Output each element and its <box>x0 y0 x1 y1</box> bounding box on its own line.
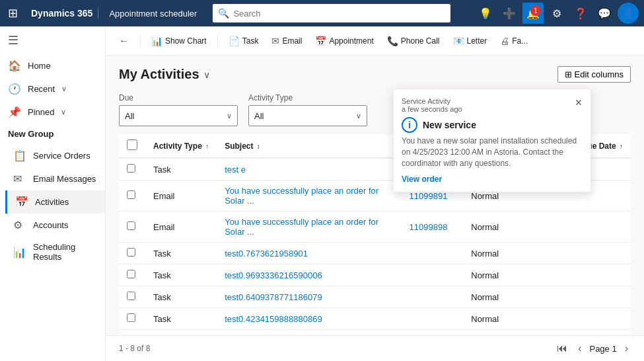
sidebar-item-email-messages[interactable]: ✉ Email Messages <box>5 167 105 190</box>
user-avatar[interactable]: 👤 <box>618 3 639 24</box>
lightbulb-button[interactable]: 💡 <box>475 3 496 24</box>
row-checkbox-cell[interactable] <box>119 243 145 264</box>
view-order-link[interactable]: View order <box>402 175 442 184</box>
row-due-date <box>574 308 631 330</box>
edit-columns-button[interactable]: ⊞ Edit columns <box>557 66 631 83</box>
page-title: My Activities <box>119 67 199 82</box>
subject-sort-icon: ↕ <box>257 143 260 150</box>
recent-icon: 🕐 <box>8 83 21 95</box>
previous-page-button[interactable]: ‹ <box>575 341 584 356</box>
back-button[interactable]: ← <box>114 32 135 50</box>
add-button[interactable]: ➕ <box>499 3 520 24</box>
due-filter-arrow-icon: ∨ <box>227 112 232 120</box>
sidebar-item-accounts[interactable]: ⚙ Accounts <box>5 214 105 237</box>
row-activity-type: Task <box>145 308 217 330</box>
app-name-label: Appointment scheduler <box>104 9 202 19</box>
sidebar-pinned-label: Pinned <box>28 107 54 117</box>
sidebar-toggle[interactable]: ☰ <box>0 26 105 54</box>
table-row: Task test0.7673621958901 Normal <box>119 243 631 264</box>
sidebar-sub-menu: 📋 Service Orders ✉ Email Messages 📅 Acti… <box>0 144 105 267</box>
row-subject[interactable]: test0.7673621958901 <box>217 243 401 264</box>
sidebar-item-recent[interactable]: 🕐 Recent ∨ <box>0 77 105 100</box>
row-checkbox[interactable] <box>127 270 135 278</box>
next-page-button[interactable]: › <box>622 341 631 356</box>
notification-close-button[interactable]: ✕ <box>575 97 583 108</box>
select-all-checkbox[interactable] <box>127 140 137 150</box>
due-filter-select[interactable]: All ∨ <box>119 105 238 126</box>
row-regarding <box>402 308 464 330</box>
row-checkbox[interactable] <box>127 248 135 257</box>
email-messages-icon: ✉ <box>13 173 26 185</box>
row-checkbox[interactable] <box>127 190 135 199</box>
appointment-button[interactable]: 📅 Appointment <box>310 33 378 49</box>
phone-call-button[interactable]: 📞 Phone Call <box>382 33 445 49</box>
row-subject[interactable]: You have successfully place an order for… <box>217 330 401 336</box>
sidebar-item-scheduling-results[interactable]: 📊 Scheduling Results <box>5 237 105 267</box>
row-regarding[interactable]: 11099890 <box>402 330 464 336</box>
chat-button[interactable]: 💬 <box>594 3 615 24</box>
row-checkbox[interactable] <box>127 221 135 230</box>
sidebar-item-service-orders[interactable]: 📋 Service Orders <box>5 144 105 167</box>
task-button[interactable]: 📄 Task <box>223 33 264 49</box>
fax-button[interactable]: 🖨 Fa... <box>495 33 533 49</box>
fax-label: Fa... <box>512 36 528 46</box>
record-count: 1 - 8 of 8 <box>119 344 150 353</box>
row-priority: Normal <box>463 286 513 308</box>
settings-button[interactable]: ⚙ <box>546 3 567 24</box>
table-row: Task test0.6409378771186079 Normal <box>119 286 631 308</box>
notification-button[interactable]: 🔔 1 <box>522 3 544 24</box>
sidebar-item-activities[interactable]: 📅 Activities <box>5 190 105 214</box>
row-due-date <box>574 286 631 308</box>
page-header: My Activities ∨ ⊞ Edit columns <box>119 66 631 83</box>
row-subject[interactable]: test0.4234159888880869 <box>217 308 401 330</box>
page-title-chevron-icon[interactable]: ∨ <box>203 69 210 80</box>
row-regarding[interactable]: 11099898 <box>402 212 464 243</box>
apps-icon[interactable]: ⊞ <box>5 3 20 23</box>
show-chart-button[interactable]: 📊 Show Chart <box>146 33 212 49</box>
due-filter-value: All <box>125 111 134 121</box>
row-checkbox-cell[interactable] <box>119 330 145 336</box>
row-checkbox[interactable] <box>127 292 135 300</box>
notification-title: New service <box>423 120 476 130</box>
row-subject[interactable]: test e <box>217 158 401 180</box>
search-bar[interactable]: 🔍 <box>213 4 450 22</box>
row-start-date <box>514 330 574 336</box>
notification-meta: Service Activity a few seconds ago <box>402 97 462 113</box>
due-filter-label: Due <box>119 93 238 102</box>
sidebar-item-home[interactable]: 🏠 Home <box>0 54 105 77</box>
column-header-activity-type[interactable]: Activity Type ↑ <box>145 134 217 158</box>
row-activity-type: Email <box>145 330 217 336</box>
row-checkbox-cell[interactable] <box>119 308 145 330</box>
activity-type-filter-select[interactable]: All ∨ <box>248 105 367 126</box>
sidebar-item-pinned[interactable]: 📌 Pinned ∨ <box>0 100 105 124</box>
email-button[interactable]: ✉ Email <box>266 33 307 49</box>
search-input[interactable] <box>233 9 445 19</box>
row-checkbox-cell[interactable] <box>119 212 145 243</box>
select-all-checkbox-cell[interactable] <box>119 134 145 158</box>
row-checkbox-cell[interactable] <box>119 180 145 212</box>
column-header-subject[interactable]: Subject ↕ <box>217 134 401 158</box>
row-priority: Normal <box>463 264 513 286</box>
pagination: ⏮ ‹ Page 1 › <box>554 341 631 356</box>
row-subject[interactable]: test0.6409378771186079 <box>217 286 401 308</box>
search-icon: 🔍 <box>218 8 229 19</box>
sidebar-accounts-label: Accounts <box>33 220 68 230</box>
row-subject[interactable]: You have successfully place an order for… <box>217 212 401 243</box>
row-start-date <box>514 308 574 330</box>
row-due-date <box>574 212 631 243</box>
row-checkbox-cell[interactable] <box>119 286 145 308</box>
table-row: Email You have successfully place an ord… <box>119 330 631 336</box>
row-checkbox-cell[interactable] <box>119 158 145 180</box>
notification-header: Service Activity a few seconds ago ✕ <box>402 97 583 113</box>
activity-type-filter-arrow-icon: ∨ <box>356 112 361 120</box>
row-subject[interactable]: You have successfully place an order for… <box>217 180 401 212</box>
row-subject[interactable]: test0.9693336216590006 <box>217 264 401 286</box>
row-checkbox[interactable] <box>127 164 135 173</box>
row-checkbox-cell[interactable] <box>119 264 145 286</box>
letter-button[interactable]: 📧 Letter <box>448 33 493 49</box>
row-checkbox[interactable] <box>127 313 135 322</box>
appointment-icon: 📅 <box>315 36 326 46</box>
first-page-button[interactable]: ⏮ <box>554 341 570 356</box>
sidebar-email-messages-label: Email Messages <box>33 174 96 184</box>
help-button[interactable]: ❓ <box>570 3 591 24</box>
